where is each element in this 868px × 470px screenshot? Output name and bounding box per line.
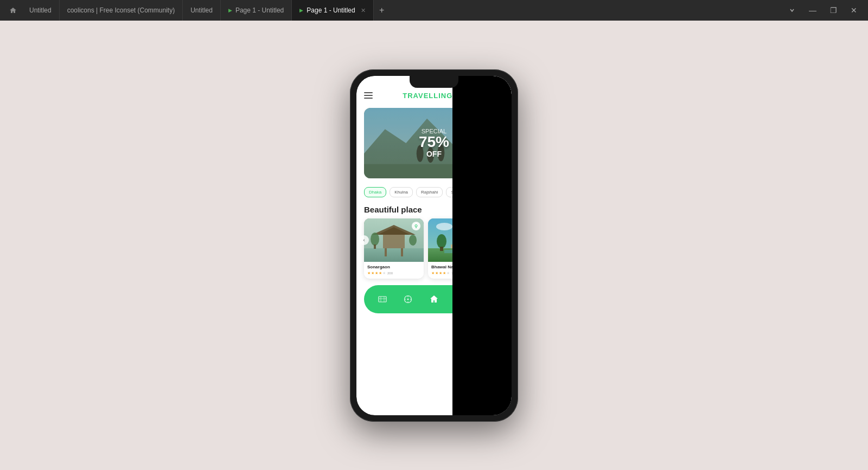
- main-canvas: TRAVELLING BD: [0, 21, 868, 470]
- place-name: Sonargaon: [367, 265, 420, 269]
- minimize-button[interactable]: —: [803, 0, 822, 21]
- browser-home-button[interactable]: [4, 0, 22, 21]
- play-icon: ▶: [299, 8, 303, 13]
- svg-rect-15: [401, 248, 403, 256]
- tab-page1-untitled-active[interactable]: ▶ Page 1 - Untitled ✕: [292, 0, 373, 21]
- nav-home[interactable]: [424, 289, 444, 309]
- menu-button[interactable]: [364, 92, 373, 99]
- svg-rect-11: [383, 235, 405, 248]
- tab-label: Untitled: [29, 7, 52, 14]
- tab-label: Page 1 - Untitled: [307, 7, 355, 14]
- place-stars: ★ ★ ★ ★ ★ 200: [367, 271, 420, 275]
- tab-close-button[interactable]: ✕: [361, 7, 366, 14]
- svg-point-37: [407, 298, 409, 300]
- svg-point-18: [409, 235, 417, 246]
- phone-notch: [410, 76, 458, 88]
- place-card-info: Sonargaon ★ ★ ★ ★ ★ 200: [364, 262, 424, 279]
- browser-window-controls: — ❐ ✕: [782, 0, 864, 21]
- svg-rect-14: [385, 248, 387, 256]
- tab-untitled-2[interactable]: Untitled: [183, 0, 221, 21]
- tab-page1-untitled-inactive[interactable]: ▶ Page 1 - Untitled: [221, 0, 292, 21]
- svg-rect-17: [374, 244, 376, 249]
- phone-mockup: TRAVELLING BD: [350, 69, 518, 422]
- section-title: Beautiful place: [364, 205, 422, 214]
- svg-point-27: [437, 234, 446, 248]
- svg-rect-34: [379, 297, 386, 302]
- place-card-image: [364, 218, 424, 262]
- nav-compass[interactable]: [398, 289, 418, 309]
- nav-map[interactable]: [373, 289, 392, 309]
- svg-rect-28: [440, 247, 443, 251]
- svg-point-22: [436, 223, 452, 230]
- banner-text: SPECIAL 75% OFF: [419, 128, 449, 158]
- svg-point-16: [371, 233, 379, 246]
- tab-untitled-1[interactable]: Untitled: [22, 0, 60, 21]
- phone-screen: TRAVELLING BD: [356, 76, 512, 415]
- tab-coolicons[interactable]: coolicons | Free Iconset (Community): [60, 0, 183, 21]
- place-card-sonargaon[interactable]: Sonargaon ★ ★ ★ ★ ★ 200: [364, 218, 424, 279]
- play-icon: ▶: [228, 8, 232, 13]
- rating-count: 200: [387, 272, 393, 275]
- svg-point-19: [415, 224, 417, 227]
- restore-button[interactable]: ❐: [824, 0, 843, 21]
- svg-rect-10: [364, 248, 424, 262]
- browser-titlebar: Untitled coolicons | Free Iconset (Commu…: [0, 0, 868, 21]
- tab-label: Page 1 - Untitled: [235, 7, 284, 14]
- category-chip-dhaka[interactable]: Dhaka: [364, 187, 386, 197]
- carousel-prev-button[interactable]: ‹: [359, 235, 369, 245]
- tab-label: coolicons | Free Iconset (Community): [67, 7, 175, 14]
- category-chip-rajshahi[interactable]: Rajshahi: [416, 187, 443, 197]
- new-tab-button[interactable]: +: [374, 0, 390, 21]
- tabs-dropdown-button[interactable]: [782, 0, 802, 21]
- tab-label: Untitled: [190, 7, 213, 14]
- category-chip-khulna[interactable]: Khulna: [390, 187, 413, 197]
- location-icon: [412, 222, 420, 230]
- close-button[interactable]: ✕: [844, 0, 864, 21]
